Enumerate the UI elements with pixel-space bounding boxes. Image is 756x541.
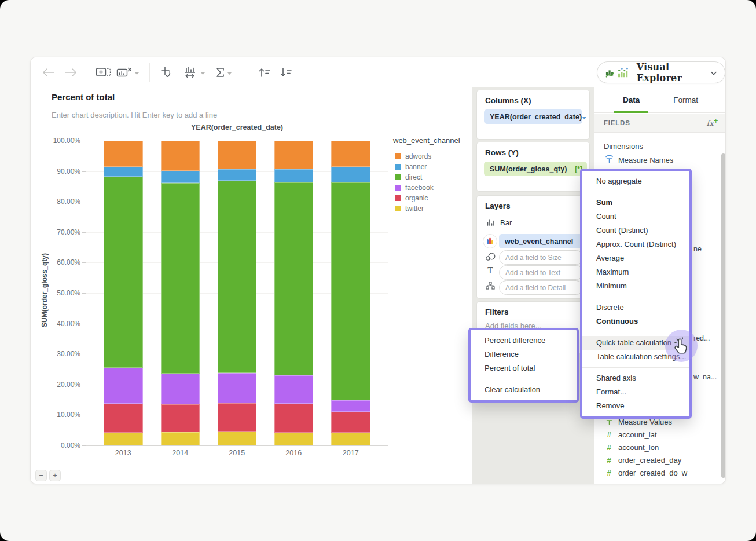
aggregate-menu-item-no-aggregate[interactable]: No aggregate <box>582 174 689 188</box>
color-field-pill[interactable]: web_event_channel <box>499 234 583 248</box>
add-chart-icon <box>96 67 111 78</box>
bar-segment-organic-2014[interactable] <box>161 404 200 432</box>
back-arrow-icon <box>42 68 55 77</box>
legend-item[interactable]: adwords <box>395 152 431 160</box>
bar-segment-banner-2014[interactable] <box>161 171 200 184</box>
calc-menu-item-clear-calculation[interactable]: Clear calculation <box>471 383 577 397</box>
aggregate-menu-item-count[interactable]: Count <box>582 210 689 224</box>
legend-item[interactable]: twitter <box>395 204 424 213</box>
aggregate-menu-item-minimum[interactable]: Minimum <box>582 279 689 293</box>
bar-segment-twitter-2016[interactable] <box>274 433 314 445</box>
aggregate-button[interactable] <box>212 65 236 80</box>
chart-description-input[interactable]: Enter chart description. Hit Enter key t… <box>52 111 217 119</box>
aggregate-menu-item-maximum[interactable]: Maximum <box>582 265 689 279</box>
bar-segment-facebook-2014[interactable] <box>161 374 200 404</box>
y-tick-label: 60.00% <box>45 258 80 266</box>
color-layer-icon[interactable] <box>483 234 497 248</box>
aggregate-menu-item-remove[interactable]: Remove <box>582 399 689 413</box>
columns-field-pill[interactable]: YEAR(order_created_date) <box>484 109 582 124</box>
color-field-label: web_event_channel <box>505 237 573 246</box>
bar-segment-organic-2016[interactable] <box>274 404 314 433</box>
bar-segment-adwords-2013[interactable] <box>104 141 143 167</box>
bar-segment-twitter-2017[interactable] <box>331 433 370 445</box>
bar-segment-twitter-2015[interactable] <box>218 432 257 445</box>
sort-ascending-button[interactable] <box>255 65 274 80</box>
fields-scrollbar[interactable] <box>721 153 725 478</box>
bar-segment-banner-2013[interactable] <box>104 167 143 177</box>
legend-item[interactable]: facebook <box>395 184 434 192</box>
detail-field-input[interactable]: Add a field to Detail <box>499 280 583 295</box>
legend-item[interactable]: organic <box>395 194 428 202</box>
tab-format[interactable]: Format <box>670 87 702 113</box>
calc-menu-item-percent-difference[interactable]: Percent difference <box>471 334 577 348</box>
aggregate-menu-item-discrete[interactable]: Discrete <box>582 301 689 315</box>
aggregate-menu-item-shared-axis[interactable]: Shared axis <box>582 371 689 385</box>
size-layer-icon <box>485 252 496 264</box>
aggregate-menu-item-count-distinct[interactable]: Count (Distinct) <box>582 224 689 237</box>
aggregate-menu-item-average[interactable]: Average <box>582 251 689 265</box>
bar-segment-facebook-2013[interactable] <box>104 368 143 404</box>
visual-explorer-switcher[interactable]: Visual Explorer <box>597 61 725 83</box>
field-account-lon[interactable]: #account_lon <box>604 442 659 452</box>
size-field-input[interactable]: Add a field to Size <box>499 250 583 265</box>
bar-segment-adwords-2016[interactable] <box>274 141 314 169</box>
bar-segment-adwords-2017[interactable] <box>331 141 370 167</box>
bar-segment-direct-2016[interactable] <box>274 182 314 375</box>
number-icon: # <box>604 482 614 485</box>
text-field-input[interactable]: Add a field to Text <box>499 265 583 280</box>
aggregate-menu-item-continuous[interactable]: Continuous <box>582 315 689 328</box>
chevron-down-icon <box>711 67 717 78</box>
rows-field-pill[interactable]: SUM(order_gloss_qty) [*] <box>484 162 587 176</box>
bar-segment-adwords-2015[interactable] <box>218 141 257 169</box>
legend-label: facebook <box>405 184 434 192</box>
zoom-out-button[interactable]: − <box>35 470 47 481</box>
aggregate-menu-item-format[interactable]: Format... <box>582 385 689 399</box>
y-tick-label: 0.00% <box>45 441 80 449</box>
aggregate-menu-item-sum[interactable]: Sum <box>582 196 689 210</box>
bar-segment-direct-2017[interactable] <box>331 182 370 401</box>
aggregate-menu-item-quick-table-calculation[interactable]: Quick table calculation <box>582 336 689 350</box>
field-measure-names[interactable]: Measure Names <box>604 155 673 165</box>
bar-segment-twitter-2014[interactable] <box>161 432 200 445</box>
layer-type-label[interactable]: Bar <box>500 218 512 227</box>
bar-segment-direct-2014[interactable] <box>161 183 200 374</box>
bar-segment-facebook-2016[interactable] <box>274 375 314 404</box>
bar-segment-banner-2015[interactable] <box>218 169 257 181</box>
number-icon: # <box>604 442 614 452</box>
axis-histogram-icon <box>183 66 198 79</box>
calc-menu-item-percent-of-total[interactable]: Percent of total <box>471 361 577 375</box>
bar-segment-adwords-2014[interactable] <box>161 141 200 171</box>
field-order-created-day[interactable]: #order_created_day <box>604 455 681 465</box>
sort-descending-button[interactable] <box>277 65 295 80</box>
legend-item[interactable]: banner <box>395 163 427 171</box>
bar-segment-facebook-2017[interactable] <box>331 400 370 412</box>
field-order-created-do-w[interactable]: #order_created_do_w <box>604 467 687 478</box>
forward-button[interactable] <box>62 65 79 80</box>
field-account-lat[interactable]: #account_lat <box>604 429 657 440</box>
bar-segment-organic-2013[interactable] <box>104 404 143 433</box>
bar-segment-twitter-2013[interactable] <box>104 433 143 445</box>
zoom-in-button[interactable]: + <box>49 470 61 481</box>
calc-menu-item-difference[interactable]: Difference <box>471 348 577 361</box>
aggregate-menu-item-table-calculation-settings[interactable]: Table calculation settings... <box>582 350 689 364</box>
bar-segment-facebook-2015[interactable] <box>218 373 257 403</box>
bar-segment-organic-2015[interactable] <box>218 403 257 432</box>
back-button[interactable] <box>40 65 57 80</box>
swap-axes-button[interactable] <box>158 65 177 80</box>
bar-segment-direct-2013[interactable] <box>104 177 143 368</box>
axis-settings-button[interactable] <box>181 65 207 80</box>
aggregate-menu-item-approx-count-distinct[interactable]: Approx. Count (Distinct) <box>582 237 689 251</box>
tab-data[interactable]: Data <box>619 87 643 113</box>
add-chart-button[interactable] <box>94 65 112 80</box>
chevron-down-icon[interactable] <box>582 112 587 122</box>
bar-segment-banner-2017[interactable] <box>331 167 370 182</box>
bar-segment-banner-2016[interactable] <box>274 169 314 182</box>
chart-title[interactable]: Percent of total <box>52 92 115 102</box>
field-name: Measure Names <box>618 156 673 165</box>
remove-chart-button[interactable] <box>115 65 141 80</box>
legend-item[interactable]: direct <box>395 173 422 181</box>
add-calculation-icon[interactable]: fx+ <box>706 118 718 127</box>
bar-segment-direct-2015[interactable] <box>218 181 257 372</box>
bar-segment-organic-2017[interactable] <box>331 412 370 433</box>
legend-swatch <box>395 174 401 180</box>
